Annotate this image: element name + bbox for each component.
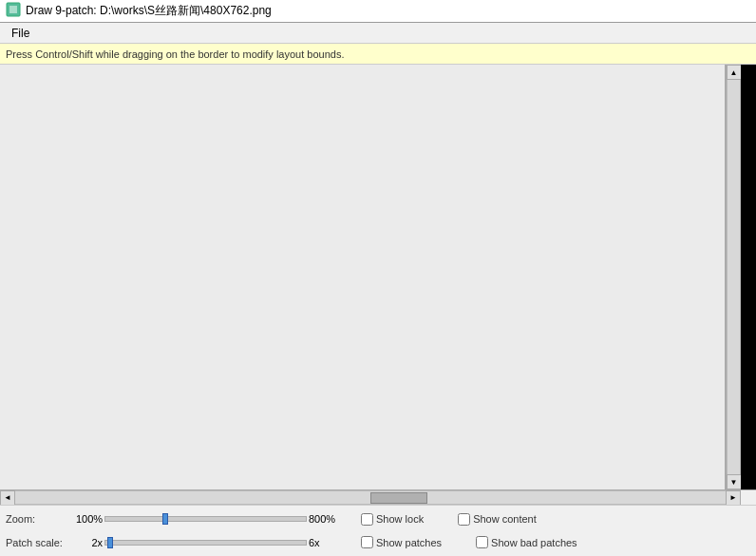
patch-scale-slider[interactable] (104, 540, 307, 546)
horizontal-scrollbar[interactable]: ◄ ► (0, 489, 756, 505)
scroll-left-button[interactable]: ◄ (0, 490, 15, 506)
infobar-text: Press Control/Shift while dragging on th… (6, 48, 344, 60)
show-content-group: Show content (458, 513, 552, 526)
scroll-thumb-horizontal[interactable] (370, 492, 427, 504)
show-patches-label: Show patches (376, 537, 442, 548)
vertical-scrollbar[interactable]: ▲ ▼ (726, 65, 741, 489)
scroll-down-button[interactable]: ▼ (727, 474, 742, 489)
black-side-panel (741, 65, 756, 489)
window-title: Draw 9-patch: D:\works\S丝路新闻\480X762.png (26, 3, 272, 19)
zoom-min-label: 100% (76, 513, 103, 525)
patch-scale-row: Patch scale: 2x 6x Show patches Show bad… (6, 531, 750, 555)
up-arrow-icon: ▲ (730, 68, 738, 77)
show-lock-checkbox[interactable] (361, 513, 373, 526)
show-bad-patches-checkbox[interactable] (476, 536, 488, 548)
zoom-slider[interactable] (104, 516, 307, 522)
zoom-slider-thumb[interactable] (162, 513, 168, 525)
scroll-track-horizontal[interactable] (15, 490, 726, 505)
show-bad-patches-label: Show bad patches (491, 537, 577, 548)
patch-scale-slider-thumb[interactable] (107, 537, 113, 548)
menubar: File (0, 23, 756, 44)
titlebar: Draw 9-patch: D:\works\S丝路新闻\480X762.png (0, 0, 756, 23)
infobar: Press Control/Shift while dragging on th… (0, 44, 756, 65)
zoom-row: Zoom: 100% 800% Show lock Show content (6, 508, 750, 531)
zoom-label: Zoom: (6, 513, 72, 525)
scroll-up-button[interactable]: ▲ (727, 65, 742, 80)
main-area: ▲ ▼ (0, 65, 756, 489)
zoom-max-label: 800% (309, 513, 342, 525)
menu-file[interactable]: File (4, 25, 37, 42)
svg-rect-1 (9, 6, 17, 13)
window-icon (6, 2, 21, 20)
patch-scale-min-label: 2x (76, 537, 103, 548)
right-arrow-icon: ► (729, 493, 737, 502)
patch-scale-max-label: 6x (309, 537, 342, 548)
scroll-right-button[interactable]: ► (726, 490, 741, 506)
scroll-track-vertical[interactable] (727, 80, 741, 474)
show-lock-group: Show lock (361, 513, 439, 526)
show-lock-label: Show lock (376, 513, 424, 525)
show-content-label: Show content (473, 513, 537, 525)
patch-scale-slider-container: 2x 6x (76, 537, 342, 548)
left-arrow-icon: ◄ (4, 493, 11, 502)
show-patches-checkbox[interactable] (361, 536, 373, 548)
patch-scale-label: Patch scale: (6, 537, 72, 548)
zoom-slider-container: 100% 800% (76, 513, 342, 525)
canvas-area[interactable] (0, 65, 726, 489)
statusbar: Zoom: 100% 800% Show lock Show content P… (0, 505, 756, 556)
show-content-checkbox[interactable] (458, 513, 470, 526)
show-patches-group: Show patches (361, 536, 457, 548)
down-arrow-icon: ▼ (730, 478, 738, 487)
show-bad-patches-group: Show bad patches (476, 536, 593, 548)
